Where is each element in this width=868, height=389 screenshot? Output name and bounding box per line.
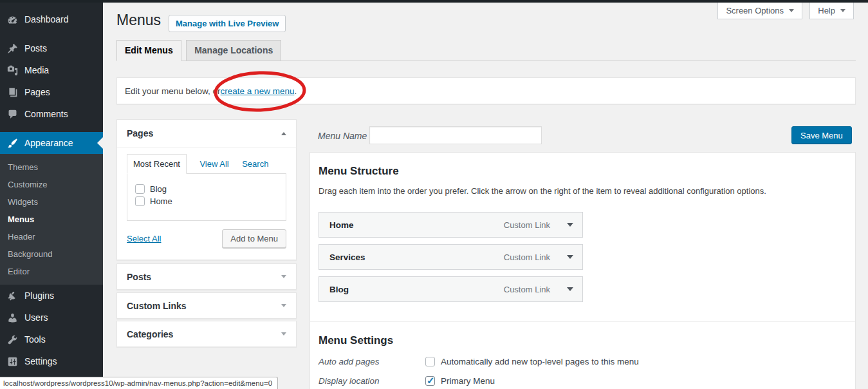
categories-metabox-title: Categories (127, 329, 173, 339)
sidebar-item-appearance[interactable]: Appearance (0, 132, 103, 154)
submenu-item-customize[interactable]: Customize (0, 176, 103, 193)
pages-icon (6, 86, 19, 99)
tab-manage-locations[interactable]: Manage Locations (186, 40, 281, 61)
sidebar-item-comments[interactable]: Comments (0, 103, 103, 125)
sidebar-item-label: Users (24, 312, 48, 323)
submenu-item-themes[interactable]: Themes (0, 158, 103, 176)
submenu-item-header[interactable]: Header (0, 228, 103, 245)
pages-metabox: Pages Most Recent View All Search Blog H… (116, 119, 297, 260)
sliders-icon (6, 355, 19, 368)
add-to-menu-button[interactable]: Add to Menu (222, 229, 286, 248)
pages-metabox-title: Pages (127, 128, 153, 138)
sidebar-item-plugins[interactable]: Plugins (0, 285, 103, 307)
sidebar-item-settings[interactable]: Settings (0, 350, 103, 372)
menu-item-type: Custom Link (504, 252, 550, 262)
admin-sidebar: Dashboard Posts Media Pages Comments App… (0, 0, 103, 389)
sidebar-item-label: Comments (24, 109, 68, 119)
menu-item-label: Services (329, 252, 365, 262)
menu-name-input[interactable] (369, 126, 542, 144)
menu-item-label: Home (329, 220, 354, 230)
comment-icon (6, 108, 19, 120)
sidebar-item-label: Tools (24, 334, 46, 345)
display-location-label: Display location (319, 376, 425, 386)
sidebar-item-label: Settings (24, 356, 57, 366)
primary-menu-checkbox[interactable] (425, 376, 435, 386)
save-menu-button[interactable]: Save Menu (791, 126, 852, 144)
submenu-item-editor[interactable]: Editor (0, 263, 103, 280)
chevron-down-icon[interactable] (281, 275, 286, 278)
pages-metabox-header[interactable]: Pages (117, 120, 296, 147)
menu-item-type: Custom Link (504, 220, 550, 230)
edit-menu-notice: Edit your menu below, or create a new me… (116, 77, 856, 104)
plug-icon (6, 289, 19, 302)
browser-status-bar: localhost/wordpress/wordpress10/wp-admin… (0, 377, 278, 389)
sidebar-item-posts[interactable]: Posts (0, 37, 103, 59)
menu-item-type: Custom Link (504, 285, 550, 294)
blog-checkbox[interactable] (135, 184, 145, 194)
chevron-down-icon (840, 9, 845, 12)
tab-edit-menus[interactable]: Edit Menus (116, 40, 181, 61)
menu-item-blog[interactable]: Blog Custom Link (319, 276, 583, 302)
help-label: Help (818, 6, 835, 15)
notice-text: Edit your menu below, or (125, 86, 221, 96)
tab-search[interactable]: Search (242, 159, 268, 169)
sidebar-item-label: Appearance (24, 138, 73, 148)
list-item: Blog (135, 184, 279, 194)
expand-item-icon[interactable] (567, 255, 573, 259)
manage-live-preview-button[interactable]: Manage with Live Preview (169, 15, 286, 32)
sidebar-item-label: Media (24, 65, 49, 75)
menu-item-label: Blog (329, 285, 349, 294)
sidebar-item-media[interactable]: Media (0, 59, 103, 81)
submenu-item-widgets[interactable]: Widgets (0, 193, 103, 211)
list-item: Home (135, 196, 279, 206)
menu-structure-title: Menu Structure (310, 153, 855, 178)
primary-menu-text: Primary Menu (441, 376, 495, 386)
auto-add-pages-checkbox[interactable] (425, 357, 435, 366)
auto-add-pages-text: Automatically add new top-level pages to… (441, 357, 639, 366)
posts-metabox[interactable]: Posts (116, 263, 297, 290)
expand-item-icon[interactable] (567, 287, 573, 291)
create-new-menu-link[interactable]: create a new menu (221, 86, 295, 96)
sidebar-item-tools[interactable]: Tools (0, 328, 103, 350)
submenu-item-background[interactable]: Background (0, 245, 103, 263)
collapse-up-icon[interactable] (281, 132, 286, 135)
select-all-link[interactable]: Select All (127, 234, 161, 243)
help-button[interactable]: Help (809, 3, 854, 19)
sidebar-item-users[interactable]: Users (0, 307, 103, 328)
custom-links-metabox-title: Custom Links (127, 301, 187, 311)
sidebar-item-pages[interactable]: Pages (0, 81, 103, 103)
sidebar-item-label: Dashboard (24, 14, 69, 24)
user-icon (6, 311, 19, 324)
tab-view-all[interactable]: View All (199, 159, 228, 169)
tab-most-recent[interactable]: Most Recent (127, 154, 187, 174)
gauge-icon (6, 13, 19, 26)
auto-add-pages-row: Auto add pages Automatically add new top… (319, 357, 847, 366)
chevron-down-icon[interactable] (281, 304, 286, 307)
camera-icon (6, 64, 19, 77)
submenu-item-menus[interactable]: Menus (0, 211, 103, 228)
pages-tabs: Most Recent View All Search (127, 154, 286, 173)
menu-settings-title: Menu Settings (310, 322, 855, 347)
menu-item-home[interactable]: Home Custom Link (319, 212, 583, 238)
home-checkbox[interactable] (135, 196, 145, 206)
sidebar-item-label: Plugins (24, 290, 54, 301)
sidebar-item-label: Pages (24, 87, 50, 97)
sidebar-item-dashboard[interactable]: Dashboard (0, 8, 103, 30)
page-title: Menus (116, 12, 161, 29)
display-location-row: Display location Primary Menu (319, 376, 847, 386)
screen-options-label: Screen Options (726, 6, 784, 15)
paintbrush-icon (6, 137, 19, 149)
auto-add-pages-label: Auto add pages (319, 357, 425, 366)
menu-item-services[interactable]: Services Custom Link (319, 244, 583, 270)
chevron-down-icon (789, 9, 794, 12)
checkbox-label: Blog (150, 184, 167, 194)
expand-item-icon[interactable] (567, 223, 573, 227)
pages-checklist: Blog Home (127, 173, 286, 221)
categories-metabox[interactable]: Categories (116, 321, 297, 347)
screen-options-button[interactable]: Screen Options (717, 3, 802, 19)
admin-top-bar (0, 0, 868, 3)
menu-structure-help: Drag each item into the order you prefer… (319, 186, 847, 196)
chevron-down-icon[interactable] (281, 332, 286, 336)
nav-tab-bar: Edit Menus Manage Locations (116, 40, 856, 61)
custom-links-metabox[interactable]: Custom Links (116, 292, 297, 319)
